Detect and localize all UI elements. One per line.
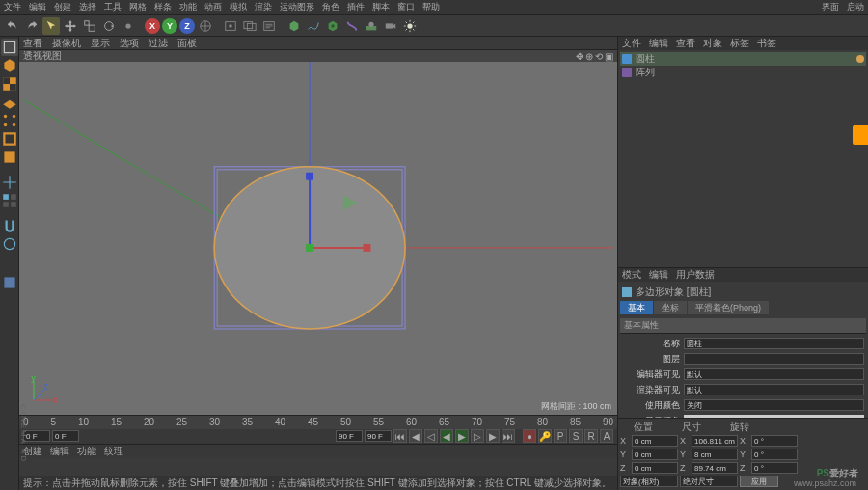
vp-menu-camera[interactable]: 摄像机 — [52, 37, 81, 50]
menu-mograph[interactable]: 运动图形 — [280, 1, 314, 14]
menu-functions[interactable]: 功能 — [179, 1, 197, 14]
am-tab-userdata[interactable]: 用户数据 — [676, 268, 715, 282]
om-tab-edit[interactable]: 编辑 — [649, 37, 668, 50]
attr-editvis-select[interactable] — [684, 368, 864, 380]
environment-icon[interactable] — [363, 17, 380, 35]
goto-start-icon[interactable]: ⏮ — [393, 429, 407, 443]
vp-zoom-icon[interactable]: ⊕ — [585, 51, 593, 62]
move-icon[interactable] — [62, 17, 79, 35]
edge-mode-icon[interactable] — [1, 130, 18, 148]
primitive-spline-icon[interactable] — [305, 17, 322, 35]
coord-tab-pos[interactable]: 位置 — [634, 421, 653, 434]
poly-mode-icon[interactable] — [1, 149, 18, 166]
snap-icon[interactable] — [1, 217, 18, 234]
coord-y-size[interactable] — [692, 449, 738, 460]
render-pict-icon[interactable] — [241, 17, 258, 35]
menu-plugins[interactable]: 插件 — [347, 1, 365, 14]
vp-menu-view[interactable]: 查看 — [23, 37, 42, 50]
menu-render[interactable]: 渲染 — [255, 1, 272, 14]
attr-tab-coord[interactable]: 坐标 — [654, 301, 687, 314]
vp-menu-display[interactable]: 显示 — [91, 37, 110, 50]
attr-tab-phong[interactable]: 平滑着色(Phong) — [688, 301, 769, 314]
select-icon[interactable] — [42, 17, 60, 35]
object-list[interactable]: 圆柱 阵列 — [618, 50, 868, 267]
rotate-icon[interactable] — [100, 17, 118, 35]
coord-x-rot[interactable] — [751, 435, 798, 447]
menu-window[interactable]: 窗口 — [397, 1, 415, 14]
visibility-dot-icon[interactable] — [856, 55, 864, 63]
time-cur-end-input[interactable] — [336, 430, 363, 442]
vp-menu-filter[interactable]: 过滤 — [149, 37, 168, 50]
axis-z-toggle[interactable]: Z — [179, 18, 195, 34]
mat-tab-edit[interactable]: 编辑 — [50, 445, 69, 458]
time-ruler[interactable]: 051015202530354045505560657075808590 — [19, 416, 617, 429]
vp-menu-panel[interactable]: 面板 — [177, 37, 197, 50]
coord-tab-size[interactable]: 尺寸 — [682, 421, 701, 434]
time-cur-start-input[interactable] — [52, 430, 79, 442]
light-icon[interactable] — [401, 17, 419, 35]
menu-spline[interactable]: 样条 — [154, 1, 172, 14]
vp-max-icon[interactable]: ▣ — [605, 51, 613, 62]
menu-simulate[interactable]: 模拟 — [230, 1, 247, 14]
key-param-icon[interactable]: A — [600, 429, 613, 443]
coord-mode-select[interactable] — [620, 476, 678, 487]
next-key-icon[interactable]: ▶ — [486, 429, 500, 443]
menu-script[interactable]: 脚本 — [372, 1, 390, 14]
menu-layout[interactable]: 界面 — [822, 1, 839, 14]
menu-select[interactable]: 选择 — [79, 1, 96, 14]
coord-z-rot[interactable] — [751, 462, 798, 474]
camera-icon[interactable] — [382, 17, 399, 35]
axis-mode-icon[interactable] — [1, 174, 18, 191]
play-back-icon[interactable]: ◀ — [440, 429, 453, 443]
key-pos-icon[interactable]: P — [554, 429, 567, 443]
primitive-cube-icon[interactable] — [285, 17, 303, 35]
attr-name-input[interactable] — [684, 338, 864, 349]
generator-icon[interactable] — [324, 17, 341, 35]
texture-mode-icon[interactable] — [1, 75, 18, 93]
goto-end-icon[interactable]: ⏭ — [502, 429, 515, 443]
viewport-3d[interactable]: yxz 网格间距 : 100 cm — [19, 62, 617, 415]
material-manager[interactable] — [19, 457, 617, 476]
coord-y-pos[interactable] — [632, 449, 678, 460]
coord-size-mode-select[interactable] — [680, 476, 738, 487]
object-item[interactable]: 阵列 — [620, 66, 866, 79]
menu-tools[interactable]: 工具 — [104, 1, 122, 14]
menu-animate[interactable]: 动画 — [204, 1, 222, 14]
menu-character[interactable]: 角色 — [322, 1, 339, 14]
attr-rendvis-select[interactable] — [684, 384, 864, 395]
render-settings-icon[interactable] — [260, 17, 278, 35]
om-tab-view[interactable]: 查看 — [676, 37, 695, 50]
key-rot-icon[interactable]: R — [584, 429, 598, 443]
mat-tab-func[interactable]: 功能 — [77, 445, 96, 458]
coord-y-rot[interactable] — [751, 449, 798, 460]
coord-system-icon[interactable] — [197, 17, 214, 35]
attr-tab-basic[interactable]: 基本 — [620, 301, 653, 314]
menu-file[interactable]: 文件 — [4, 1, 21, 14]
mat-tab-tex[interactable]: 纹理 — [104, 445, 123, 458]
deformer-icon[interactable] — [343, 17, 361, 35]
attr-layer-input[interactable] — [684, 353, 864, 365]
point-mode-icon[interactable] — [1, 112, 18, 129]
coord-z-pos[interactable] — [632, 462, 678, 474]
vp-menu-options[interactable]: 选项 — [120, 37, 139, 50]
coord-x-pos[interactable] — [632, 435, 678, 447]
om-tab-objects[interactable]: 对象 — [703, 37, 722, 50]
key-scale-icon[interactable]: S — [569, 429, 583, 443]
viewport-solo-icon[interactable] — [1, 192, 18, 209]
next-frame-icon[interactable]: ▷ — [471, 429, 484, 443]
autokey-icon[interactable]: 🔑 — [538, 429, 552, 443]
time-end-input[interactable] — [365, 430, 392, 442]
om-tab-bookmarks[interactable]: 书签 — [757, 37, 776, 50]
menu-startup[interactable]: 启动 — [847, 1, 864, 14]
coord-apply-button[interactable]: 应用 — [740, 476, 778, 487]
render-view-icon[interactable] — [222, 17, 239, 35]
om-tab-tags[interactable]: 标签 — [730, 37, 749, 50]
object-item[interactable]: 圆柱 — [620, 52, 866, 66]
recent-tool-icon[interactable] — [120, 17, 137, 35]
workplane-mode-icon[interactable] — [1, 94, 18, 111]
menu-edit[interactable]: 编辑 — [29, 1, 46, 14]
attr-usecolor-select[interactable] — [684, 399, 864, 411]
redo-icon[interactable] — [23, 17, 41, 35]
vp-nav-icon[interactable]: ✥ — [576, 51, 583, 62]
coord-tab-rot[interactable]: 旋转 — [730, 421, 749, 434]
